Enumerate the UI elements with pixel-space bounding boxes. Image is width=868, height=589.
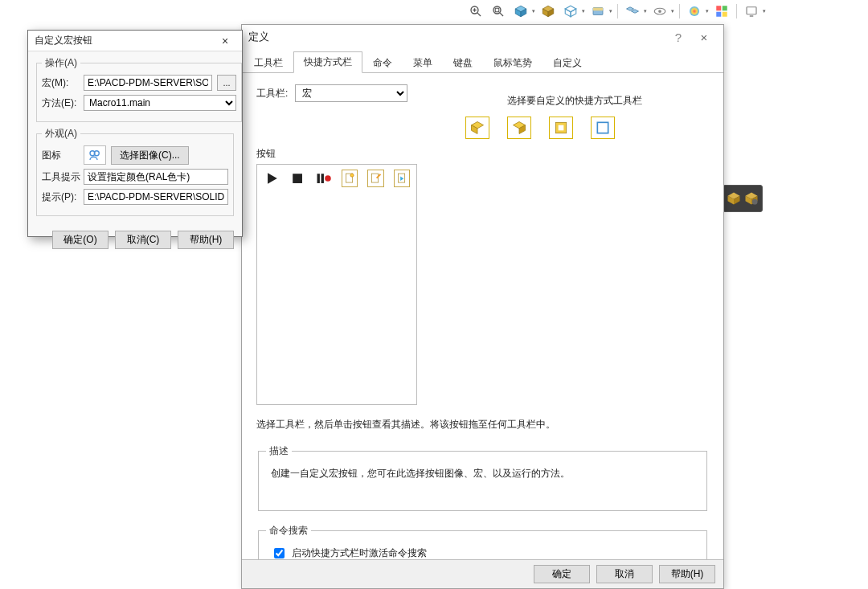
viewport-icon[interactable] [742, 2, 761, 20]
macro-titlebar[interactable]: 自定义宏按钮 × [28, 31, 242, 51]
customize-footer: 确定 取消 帮助(H) [242, 559, 723, 588]
svg-rect-28 [750, 15, 754, 17]
macro-gear-icon[interactable] [743, 190, 760, 207]
section-icon[interactable] [538, 2, 558, 20]
display-style-icon[interactable] [561, 2, 580, 20]
svg-line-5 [500, 13, 503, 16]
svg-rect-27 [747, 7, 756, 14]
svg-line-1 [477, 13, 481, 16]
tab-keyboard[interactable]: 键盘 [443, 52, 483, 73]
svg-rect-42 [597, 122, 608, 133]
macro-path-label: 宏(M): [42, 76, 79, 90]
tab-custom[interactable]: 自定义 [542, 52, 592, 73]
floating-toolbar[interactable] [723, 185, 763, 212]
ribbon-toolbar: ▾ ▾ ▾ ▾ ▾ ▾ ▾ [466, 0, 766, 22]
toolbar-select[interactable]: 宏 [295, 84, 407, 102]
zoom-in-icon[interactable] [466, 2, 485, 20]
tab-command[interactable]: 命令 [362, 52, 403, 73]
macro-path-input[interactable] [84, 75, 212, 91]
appearance-group: 外观(A) 图标 选择图像(C)... 工具提示 提示(P): [36, 127, 234, 216]
shortcut-instruction: 选择要自定义的快捷方式工具栏 [507, 94, 642, 108]
svg-rect-46 [321, 174, 324, 183]
separator [617, 4, 618, 18]
dropdown-caret-icon[interactable]: ▾ [582, 8, 585, 14]
tab-menu[interactable]: 菜单 [403, 52, 443, 73]
macro-footer: 确定(O) 取消(C) 帮助(H) [28, 226, 242, 254]
edit-macro-icon[interactable] [367, 170, 384, 187]
description-group: 描述 创建一自定义宏按钮，您可在此选择按钮图像、宏、以及运行的方法。 [258, 444, 707, 511]
cancel-button[interactable]: 取消(C) [115, 231, 171, 249]
dropdown-caret-icon[interactable]: ▾ [609, 8, 612, 14]
svg-rect-45 [317, 174, 320, 183]
close-button[interactable]: × [215, 31, 235, 51]
svg-rect-24 [723, 6, 727, 10]
svg-point-22 [690, 6, 699, 16]
tooltip-input[interactable] [84, 169, 228, 185]
ok-button[interactable]: 确定(O) [52, 231, 108, 249]
dropdown-caret-icon[interactable]: ▾ [706, 8, 709, 14]
svg-marker-43 [268, 173, 277, 183]
customize-dialog: 定义 ? × 工具栏 快捷方式栏 命令 菜单 键盘 鼠标笔势 自定义 工具栏: … [241, 24, 724, 589]
dropdown-caret-icon[interactable]: ▾ [532, 8, 535, 14]
shortcut-slots [465, 117, 709, 139]
browse-button[interactable]: ... [217, 75, 236, 91]
svg-rect-23 [716, 6, 721, 10]
close-button[interactable]: × [691, 26, 717, 48]
prompt-input[interactable] [84, 189, 228, 205]
svg-rect-26 [723, 12, 727, 17]
svg-rect-6 [495, 8, 499, 12]
slot-2[interactable] [507, 117, 531, 139]
svg-point-21 [658, 10, 661, 13]
svg-rect-25 [716, 12, 721, 17]
macro-dialog-title: 自定义宏按钮 [35, 34, 215, 47]
custom-macro-icon[interactable] [394, 170, 411, 187]
stop-macro-icon[interactable] [289, 170, 305, 187]
icon-preview[interactable] [84, 145, 106, 165]
choose-image-button[interactable]: 选择图像(C)... [111, 146, 189, 165]
svg-rect-44 [293, 174, 302, 183]
cancel-button[interactable]: 取消 [596, 565, 653, 583]
command-search-legend: 命令搜索 [266, 524, 311, 538]
macro-icon[interactable] [726, 190, 742, 207]
svg-marker-15 [571, 9, 576, 17]
svg-point-35 [752, 199, 758, 205]
ok-button[interactable]: 确定 [534, 565, 590, 583]
zoom-fit-icon[interactable] [489, 2, 508, 20]
new-macro-icon[interactable] [342, 170, 358, 187]
tab-mouse[interactable]: 鼠标笔势 [483, 52, 542, 73]
buttons-grid [256, 164, 417, 405]
operation-legend: 操作(A) [42, 56, 80, 70]
view-cube-icon[interactable] [511, 2, 530, 20]
dropdown-caret-icon[interactable]: ▾ [763, 8, 766, 14]
dropdown-caret-icon[interactable]: ▾ [671, 8, 674, 14]
operation-group: 操作(A) 宏(M): ... 方法(E): Macro11.main [36, 56, 242, 122]
run-macro-icon[interactable] [264, 170, 280, 187]
slot-1[interactable] [465, 117, 489, 139]
help-button[interactable]: ? [665, 26, 691, 48]
svg-point-49 [350, 174, 353, 177]
help-button[interactable]: 帮助(H) [659, 565, 715, 583]
activate-search-input[interactable] [274, 548, 285, 558]
visibility-icon[interactable] [650, 2, 669, 20]
method-select[interactable]: Macro11.main [84, 95, 236, 111]
separator [736, 4, 737, 18]
tab-shortcut[interactable]: 快捷方式栏 [293, 51, 362, 73]
macro-button-dialog: 自定义宏按钮 × 操作(A) 宏(M): ... 方法(E): Macro11.… [27, 30, 243, 237]
customize-titlebar[interactable]: 定义 ? × [242, 25, 723, 49]
help-button[interactable]: 帮助(H) [178, 231, 234, 249]
svg-marker-14 [565, 9, 571, 17]
pause-record-icon[interactable] [315, 170, 331, 187]
scene-icon[interactable] [588, 2, 608, 20]
appearance-legend: 外观(A) [42, 127, 80, 141]
slot-3[interactable] [549, 117, 573, 139]
tab-toolbar[interactable]: 工具栏 [250, 52, 293, 73]
buttons-label: 按钮 [256, 147, 709, 161]
appearance-icon[interactable] [685, 2, 704, 20]
separator [679, 4, 680, 18]
svg-marker-13 [565, 6, 576, 12]
slot-4[interactable] [591, 117, 615, 139]
assembly-icon[interactable] [623, 2, 642, 20]
svg-rect-41 [559, 125, 564, 131]
dropdown-caret-icon[interactable]: ▾ [644, 8, 647, 14]
render-tools-icon[interactable] [712, 2, 731, 20]
